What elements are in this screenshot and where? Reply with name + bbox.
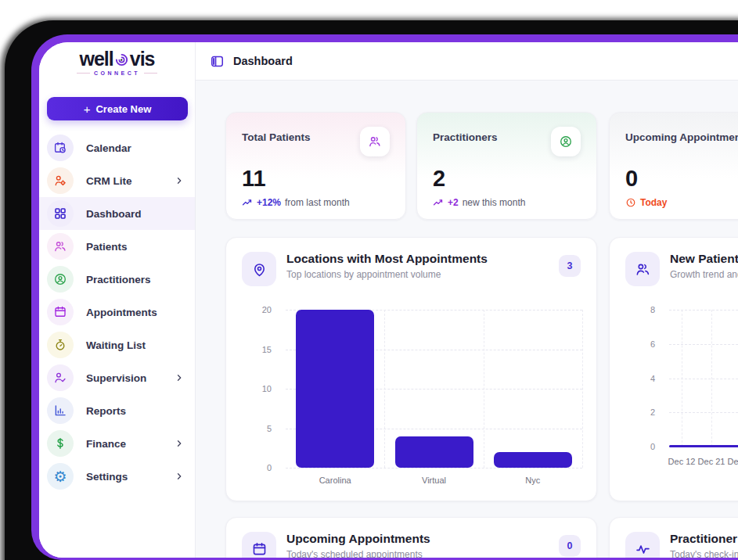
trend-value: +12% — [257, 197, 281, 208]
trend-up-icon — [433, 197, 444, 208]
card-subtitle: Top locations by appointment volume — [286, 269, 559, 280]
stat-card-upcoming-appointments: Upcoming Appointments 0 — [609, 112, 738, 220]
stat-title: Practitioners — [433, 127, 498, 143]
sidebar-item-calendar[interactable]: Calendar — [39, 131, 195, 164]
upcoming-appointments-card: Upcoming Appointments Today's scheduled … — [225, 517, 597, 558]
card-title: Practitioner Attendance — [670, 532, 738, 546]
create-new-button[interactable]: + Create New — [47, 97, 188, 120]
users-icon — [47, 233, 74, 260]
stat-title: Upcoming Appointments — [625, 127, 738, 143]
brand-logo: well vis CONNECT — [39, 42, 195, 80]
user-circle-icon — [551, 127, 581, 156]
app-window-border: well vis CONNECT + Create New — [31, 34, 738, 560]
trend-text: Today — [640, 197, 667, 208]
card-subtitle: Today's scheduled appointments — [286, 549, 559, 558]
sidebar-item-supervision[interactable]: Supervision — [39, 361, 195, 394]
new-patients-line-chart: 02468Dec 12Dec 21Dec 30 — [630, 305, 738, 491]
chevron-right-icon — [175, 176, 184, 185]
logo-text-prefix: well — [79, 49, 113, 69]
sidebar-item-waiting-list[interactable]: Waiting List — [39, 328, 195, 361]
count-badge: 3 — [559, 255, 581, 277]
card-title: Upcoming Appointments — [286, 532, 559, 546]
logo-tagline: CONNECT — [94, 70, 140, 76]
stat-value: 0 — [625, 167, 738, 190]
chevron-right-icon — [175, 373, 184, 382]
dollar-icon — [47, 430, 74, 457]
sidebar-item-crm-lite[interactable]: CRM Lite — [39, 164, 195, 197]
calendar-icon — [242, 532, 276, 558]
sidebar-menu: Calendar CRM Lite — [39, 131, 195, 493]
grid-icon — [47, 200, 74, 227]
logo-dash-right — [144, 73, 157, 74]
practitioner-attendance-card: Practitioner Attendance Today's check-in… — [609, 517, 738, 558]
spiral-logo-icon — [114, 52, 129, 67]
chevron-right-icon — [175, 439, 184, 448]
activity-icon — [625, 532, 660, 558]
page-background: well vis CONNECT + Create New — [0, 0, 738, 560]
card-title: Locations with Most Appointments — [286, 252, 559, 266]
sidebar-toggle-icon[interactable] — [210, 54, 225, 69]
trend-up-icon — [242, 197, 253, 208]
dashboard-content: Total Patients 11 — [196, 80, 738, 558]
clock-icon — [625, 197, 636, 208]
users-icon — [360, 127, 390, 156]
card-title: New Patients Over Time — [670, 252, 738, 266]
user-circle-icon — [47, 266, 74, 293]
new-patients-chart-card: New Patients Over Time Growth trend and … — [609, 237, 738, 501]
sidebar-item-practitioners[interactable]: Practitioners — [39, 263, 195, 296]
top-bar: Dashboard — [196, 42, 738, 80]
trend-value: +2 — [448, 197, 459, 208]
app-window: well vis CONNECT + Create New — [39, 42, 738, 558]
sidebar-item-settings[interactable]: ⚙ Settings — [39, 460, 195, 493]
stat-value: 2 — [433, 167, 581, 190]
plus-icon: + — [84, 103, 91, 115]
trend-text: from last month — [285, 197, 350, 208]
logo-dash-left — [77, 73, 90, 74]
stat-title: Total Patients — [242, 127, 311, 143]
chevron-right-icon — [175, 472, 184, 481]
map-pin-icon — [242, 252, 276, 286]
bar-chart-icon — [47, 397, 74, 424]
locations-bar-chart: 05101520CarolinaVirtualNyc — [247, 305, 582, 491]
page-title: Dashboard — [233, 55, 293, 67]
count-badge: 0 — [559, 535, 581, 557]
users-icon — [625, 252, 660, 286]
logo-wordmark: well vis — [79, 49, 154, 69]
gear-icon: ⚙ — [47, 463, 74, 490]
stopwatch-icon — [47, 332, 74, 358]
user-gear-icon — [47, 167, 74, 194]
card-subtitle: Today's check-ins — [670, 549, 738, 558]
user-check-icon — [47, 364, 74, 391]
locations-chart-card: Locations with Most Appointments Top loc… — [225, 237, 597, 501]
card-subtitle: Growth trend and lead sources — [670, 269, 738, 280]
sidebar-item-appointments[interactable]: Appointments — [39, 296, 195, 328]
trend-text: new this month — [463, 197, 526, 208]
stat-card-practitioners: Practitioners 2 — [416, 112, 597, 220]
sidebar-item-finance[interactable]: Finance — [39, 427, 195, 460]
logo-text-suffix: vis — [130, 49, 155, 69]
main-area: Dashboard Total Patients — [196, 42, 738, 558]
sidebar-item-reports[interactable]: Reports — [39, 394, 195, 427]
stat-card-total-patients: Total Patients 11 — [225, 112, 406, 220]
stat-value: 11 — [242, 167, 390, 190]
sidebar-item-patients[interactable]: Patients — [39, 230, 195, 263]
calendar-clock-icon — [47, 135, 74, 161]
calendar-icon — [47, 299, 74, 325]
sidebar: well vis CONNECT + Create New — [39, 42, 196, 558]
sidebar-item-dashboard[interactable]: Dashboard — [39, 197, 195, 230]
